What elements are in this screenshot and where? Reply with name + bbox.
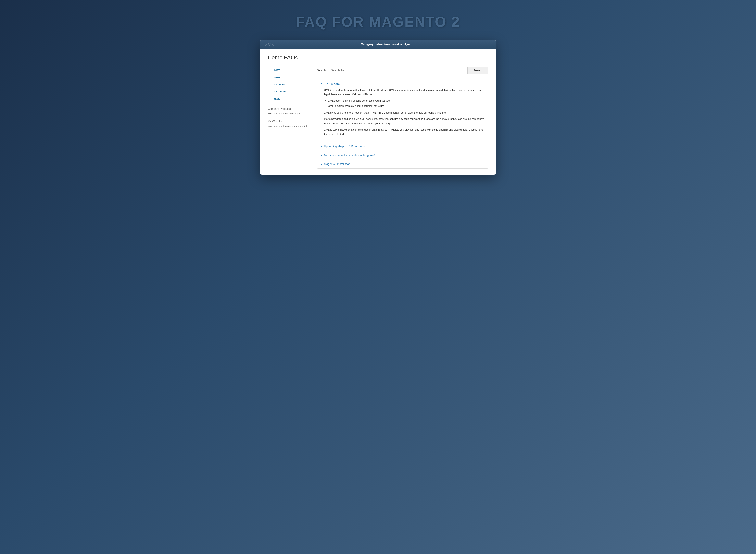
wishlist-title: My Wish List — [268, 120, 311, 123]
dot-1 — [264, 43, 266, 46]
faq-item-installation[interactable]: ▶ Magento - Installation — [317, 160, 488, 168]
faq-paragraph-1: XML is a markup language that looks a lo… — [324, 88, 485, 97]
chevron-right-icon: › — [271, 76, 272, 79]
faq-bullet-list: XML doesn't define a specific set of tag… — [328, 99, 485, 108]
sidebar-item-java[interactable]: › Java — [268, 95, 311, 102]
main-content: Search Search ▼ PHP & XML XML is a marku… — [317, 67, 488, 169]
hero-title: FAQ FOR MAGENTO 2 — [4, 8, 752, 30]
faq-item-upgrading[interactable]: ▶ Upgrading Magento 1 Extensions — [317, 142, 488, 151]
sidebar-item-perl[interactable]: › PERL — [268, 74, 311, 81]
dot-3 — [272, 43, 275, 46]
chevron-right-icon: › — [271, 97, 272, 100]
sidebar-item-label-python: PYTHON — [274, 83, 285, 86]
faq-collapsed-title-upgrading: Upgrading Magento 1 Extensions — [324, 145, 365, 148]
category-list: › .NET › PERL › PYTHON › ANDROID — [268, 67, 311, 102]
faq-bullet-2: XML is extremely picky about document st… — [328, 104, 485, 108]
chevron-right-icon: ▶ — [321, 145, 322, 148]
search-input[interactable] — [328, 67, 465, 74]
faq-collapsed-title-installation: Magento - Installation — [324, 163, 350, 166]
browser-titlebar: Category redirection based on Ajax — [260, 40, 496, 49]
chevron-right-icon: ▶ — [321, 154, 322, 157]
sidebar-item-python[interactable]: › PYTHON — [268, 81, 311, 88]
chevron-down-icon: ▼ — [321, 82, 323, 85]
sidebar-item-android[interactable]: › ANDROID — [268, 88, 311, 95]
sidebar-item-label-java: Java — [274, 97, 280, 100]
wishlist-text: You have no items in your wish list. — [268, 124, 311, 127]
sidebar: › .NET › PERL › PYTHON › ANDROID — [268, 67, 311, 169]
layout: › .NET › PERL › PYTHON › ANDROID — [268, 67, 488, 169]
wishlist-section: My Wish List You have no items in your w… — [268, 120, 311, 127]
browser-content: Demo FAQs › .NET › PERL › PYTHON — [260, 49, 496, 174]
faq-paragraph-3: starts paragraph and so on. An XML docum… — [324, 117, 485, 125]
faq-section-php-xml-body: XML is a markup language that looks a lo… — [317, 88, 488, 142]
chevron-right-icon: › — [271, 90, 272, 93]
chevron-right-icon: ▶ — [321, 163, 322, 165]
browser-title-text: Category redirection based on Ajax — [279, 43, 492, 46]
faq-section-php-xml-title: PHP & XML — [324, 82, 340, 85]
chevron-right-icon: › — [271, 69, 272, 72]
compare-products-title: Compare Products — [268, 107, 311, 110]
faq-item-limitation[interactable]: ▶ Mention what is the limitation of Mage… — [317, 151, 488, 160]
compare-products-text: You have no items to compare. — [268, 112, 311, 115]
sidebar-item-net[interactable]: › .NET — [268, 67, 311, 74]
dot-2 — [268, 43, 271, 46]
browser-window: Category redirection based on Ajax Demo … — [260, 40, 496, 174]
sidebar-item-label-android: ANDROID — [274, 90, 286, 93]
faq-paragraph-2: XML gives you a lot more freedom than HT… — [324, 111, 485, 115]
faq-section-php-xml-header[interactable]: ▼ PHP & XML — [317, 79, 488, 88]
page-title: Demo FAQs — [268, 55, 488, 61]
browser-dots — [264, 43, 275, 46]
faq-bullet-1: XML doesn't define a specific set of tag… — [328, 99, 485, 103]
compare-products-section: Compare Products You have no items to co… — [268, 107, 311, 115]
faq-paragraph-4: XML is very strict when it comes to docu… — [324, 128, 485, 136]
sidebar-item-label-perl: PERL — [274, 76, 281, 79]
faq-container: ▼ PHP & XML XML is a markup language tha… — [317, 79, 488, 169]
faq-section-php-xml: ▼ PHP & XML XML is a markup language tha… — [317, 79, 488, 142]
search-label: Search — [317, 69, 325, 72]
sidebar-item-label-net: .NET — [274, 69, 280, 72]
search-button[interactable]: Search — [467, 67, 488, 74]
chevron-right-icon: › — [271, 83, 272, 86]
faq-collapsed-title-limitation: Mention what is the limitation of Magent… — [324, 154, 375, 157]
search-bar: Search Search — [317, 67, 488, 74]
